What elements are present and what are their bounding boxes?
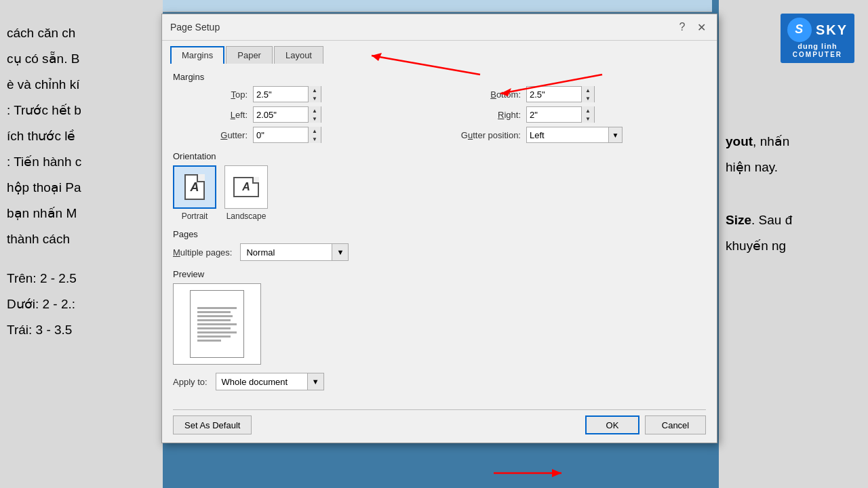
bottom-spin-up[interactable]: ▲ xyxy=(582,86,594,94)
gutter-spin-down[interactable]: ▼ xyxy=(309,135,321,143)
right-spin-buttons: ▲ ▼ xyxy=(581,106,594,123)
dialog-title: Page Setup xyxy=(170,22,220,33)
orientation-label: Orientation xyxy=(173,151,706,161)
dialog-buttons: Set As Default OK Cancel xyxy=(162,410,717,443)
portrait-label: Portrait xyxy=(182,211,208,221)
ok-button[interactable]: OK xyxy=(585,415,639,434)
gutter-input[interactable]: 0" xyxy=(254,127,308,142)
right-label: Right: xyxy=(446,110,521,120)
preview-line-1 xyxy=(197,307,237,309)
landscape-page-icon: A xyxy=(233,177,259,197)
right-spin-input[interactable]: 2" ▲ ▼ xyxy=(526,106,595,123)
top-spin-buttons: ▲ ▼ xyxy=(308,86,321,102)
top-field-row: Top: 2.5" ▲ ▼ xyxy=(173,86,433,102)
right-input[interactable]: 2" xyxy=(527,107,581,122)
right-spin-up[interactable]: ▲ xyxy=(582,106,594,115)
close-button[interactable]: ✕ xyxy=(694,20,709,35)
dialog-content: Margins Top: 2.5" ▲ ▼ Bottom: 2.5" xyxy=(162,64,717,409)
tab-layout[interactable]: Layout xyxy=(274,46,323,64)
multiple-pages-dropdown[interactable]: Normal ▼ xyxy=(240,243,349,261)
tab-bar: Margins Paper Layout xyxy=(162,41,717,64)
preview-page xyxy=(190,290,244,358)
gutter-position-label: Gutter position: xyxy=(446,130,521,140)
apply-to-row: Apply to: Whole document ▼ xyxy=(173,373,706,390)
dialog-titlebar: Page Setup ? ✕ xyxy=(162,14,717,41)
pages-section: Pages Multiple pages: Normal ▼ xyxy=(173,229,706,261)
apply-to-arrow[interactable]: ▼ xyxy=(307,373,323,390)
landscape-button[interactable]: A Landscape xyxy=(224,165,268,221)
left-spin-input[interactable]: 2.05" ▲ ▼ xyxy=(253,106,321,123)
logo-line2: COMPUTER xyxy=(793,51,842,59)
sky-logo: S SKY dung linh COMPUTER xyxy=(781,14,854,63)
bottom-label: Bottom: xyxy=(446,89,521,100)
top-label: Top: xyxy=(173,89,248,100)
bottom-spin-input[interactable]: 2.5" ▲ ▼ xyxy=(526,86,595,102)
left-spin-down[interactable]: ▼ xyxy=(309,115,321,123)
preview-line-9 xyxy=(197,340,221,342)
gutter-position-select-wrapper[interactable]: Left Top ▼ xyxy=(526,127,623,143)
left-spin-up[interactable]: ▲ xyxy=(309,106,321,115)
tab-margins[interactable]: Margins xyxy=(170,46,224,64)
set-default-button[interactable]: Set As Default xyxy=(173,415,252,434)
gutter-field-row: Gutter: 0" ▲ ▼ xyxy=(173,127,433,143)
portrait-page-icon: A xyxy=(184,174,205,200)
portrait-button[interactable]: A Portrait xyxy=(173,165,216,221)
preview-line-5 xyxy=(197,323,237,325)
portrait-icon: A xyxy=(173,165,216,209)
pages-row: Multiple pages: Normal ▼ xyxy=(173,243,706,261)
preview-line-8 xyxy=(197,336,231,338)
margins-grid: Top: 2.5" ▲ ▼ Bottom: 2.5" ▲ ▼ xyxy=(173,86,706,143)
gutter-spin-input[interactable]: 0" ▲ ▼ xyxy=(253,127,321,143)
right-field-row: Right: 2" ▲ ▼ xyxy=(446,106,706,123)
bottom-field-row: Bottom: 2.5" ▲ ▼ xyxy=(446,86,706,102)
top-spin-input[interactable]: 2.5" ▲ ▼ xyxy=(253,86,321,102)
right-spin-down[interactable]: ▼ xyxy=(582,115,594,123)
landscape-icon: A xyxy=(224,165,268,209)
preview-line-6 xyxy=(197,327,231,329)
gutter-label: Gutter: xyxy=(173,130,248,140)
gutter-position-field-row: Gutter position: Left Top ▼ xyxy=(446,127,706,143)
preview-line-2 xyxy=(197,311,231,313)
gutter-spin-up[interactable]: ▲ xyxy=(309,127,321,135)
gutter-position-select[interactable]: Left Top xyxy=(527,127,608,142)
tab-paper[interactable]: Paper xyxy=(226,46,273,64)
multiple-pages-value: Normal xyxy=(241,246,332,259)
multiple-pages-label: Multiple pages: xyxy=(173,247,232,258)
top-input[interactable]: 2.5" xyxy=(254,87,308,102)
logo-line1: dung linh xyxy=(797,42,837,51)
preview-line-3 xyxy=(197,315,233,317)
bottom-spin-buttons: ▲ ▼ xyxy=(581,86,594,102)
left-label: Left: xyxy=(173,110,248,120)
left-spin-buttons: ▲ ▼ xyxy=(308,106,321,123)
help-button[interactable]: ? xyxy=(675,20,690,35)
pages-label: Pages xyxy=(173,229,706,239)
gutter-spin-buttons: ▲ ▼ xyxy=(308,127,321,143)
preview-section: Preview xyxy=(173,269,706,365)
top-spin-up[interactable]: ▲ xyxy=(309,86,321,94)
bottom-input[interactable]: 2.5" xyxy=(527,87,581,102)
cancel-button[interactable]: Cancel xyxy=(645,415,706,434)
apply-to-label: Apply to: xyxy=(173,377,208,387)
orientation-buttons: A Portrait A Landscape xyxy=(173,165,706,221)
apply-to-value: Whole document xyxy=(216,375,307,388)
top-spin-down[interactable]: ▼ xyxy=(309,94,321,102)
multiple-pages-arrow[interactable]: ▼ xyxy=(332,244,348,260)
preview-line-7 xyxy=(197,331,237,333)
btn-group-right: OK Cancel xyxy=(585,415,706,434)
logo-sky: SKY xyxy=(816,22,848,38)
margins-section-label: Margins xyxy=(173,72,706,82)
orientation-section: Orientation A Portrait A Landscape xyxy=(173,151,706,221)
gutter-position-arrow[interactable]: ▼ xyxy=(608,127,622,142)
titlebar-controls: ? ✕ xyxy=(675,20,709,35)
apply-to-dropdown[interactable]: Whole document ▼ xyxy=(216,373,324,390)
preview-label: Preview xyxy=(173,269,706,279)
bottom-spin-down[interactable]: ▼ xyxy=(582,94,594,102)
left-input[interactable]: 2.05" xyxy=(254,107,308,122)
left-field-row: Left: 2.05" ▲ ▼ xyxy=(173,106,433,123)
preview-box xyxy=(173,283,261,365)
page-setup-dialog: Page Setup ? ✕ Margins Paper Layout Marg… xyxy=(161,14,717,443)
preview-line-4 xyxy=(197,319,231,321)
ruler-bar xyxy=(163,0,712,12)
landscape-label: Landscape xyxy=(226,211,267,221)
